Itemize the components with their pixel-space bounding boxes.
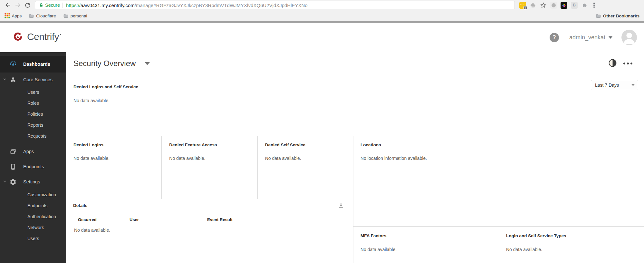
folder-icon: [29, 13, 34, 19]
empty-message: No data available.: [74, 228, 353, 233]
column-header-user: User: [130, 217, 207, 222]
sidebar-sub-label: Users: [27, 90, 39, 95]
download-icon: [337, 202, 345, 209]
pinwheel-extension-icon[interactable]: [561, 2, 567, 9]
help-button[interactable]: ?: [550, 33, 559, 42]
help-icon: ?: [553, 34, 556, 41]
extensions-row: ••• 1 B: [518, 2, 598, 9]
panel-title: Denied Logins: [73, 142, 161, 147]
panel-denied-logins: Denied Logins No data available.: [66, 136, 161, 199]
ellipsis-dot: [627, 63, 629, 65]
chevron-down-icon[interactable]: [3, 77, 7, 82]
person-icon: [621, 30, 637, 45]
column-header-event-result: Event Result: [207, 217, 233, 222]
dashboard-switcher-caret[interactable]: [145, 62, 150, 65]
more-options-button[interactable]: [623, 63, 633, 65]
yellow-extension-dots: •••: [520, 3, 524, 6]
contrast-icon: [608, 58, 618, 68]
sidebar-item-customization[interactable]: Customization: [0, 189, 66, 200]
sidebar-item-settings-users[interactable]: Users: [0, 233, 66, 244]
reload-button[interactable]: [23, 1, 32, 10]
sidebar-item-endpoints[interactable]: Endpoints: [0, 159, 66, 174]
sidebar-sub-label: Authentication: [27, 214, 56, 219]
forward-button[interactable]: [13, 1, 23, 10]
chevron-down-icon: [609, 36, 612, 39]
panel-title: Denied Logins and Self Service: [73, 84, 644, 89]
empty-message: No data available.: [169, 156, 257, 161]
app-header: Centrify ? admin_venkat: [0, 23, 644, 52]
sidebar-sub-label: Requests: [27, 133, 46, 139]
sidebar-item-policies[interactable]: Policies: [0, 109, 66, 120]
sidebar-sub-label: Users: [27, 236, 39, 241]
panel-title: Denied Self Service: [265, 142, 353, 147]
sidebar-item-users[interactable]: Users: [0, 87, 66, 98]
elephant-extension-icon[interactable]: [581, 2, 588, 9]
centrify-logo[interactable]: Centrify: [12, 31, 61, 44]
core-services-icon: [9, 76, 17, 83]
centrify-logo-icon: [12, 31, 24, 44]
left-column: Denied Logins No data available. Denied …: [66, 136, 353, 263]
other-bookmarks-button[interactable]: Other Bookmarks: [596, 13, 639, 19]
sidebar-sub-label: Roles: [27, 101, 39, 106]
sidebar-item-apps[interactable]: Apps: [0, 144, 66, 159]
panel-title: Denied Feature Access: [169, 142, 257, 147]
sidebar-item-reports[interactable]: Reports: [0, 120, 66, 131]
export-button[interactable]: [337, 202, 345, 210]
bookmark-label: Cloudflare: [36, 14, 56, 18]
sidebar-item-authentication[interactable]: Authentication: [0, 211, 66, 222]
url-path: /manage#RGFzaGJvYXJkczpBY3RpdmVTdWJMYXlv…: [135, 3, 308, 8]
white-extension-icon[interactable]: [550, 2, 557, 9]
sidebar-item-core-services[interactable]: Core Services: [0, 73, 66, 87]
sidebar-item-settings-endpoints[interactable]: Endpoints: [0, 200, 66, 211]
panel-denied-logins-self-service: Denied Logins and Self Service Last 7 Da…: [66, 75, 644, 136]
other-bookmarks-label: Other Bookmarks: [603, 14, 639, 18]
sidebar-item-roles[interactable]: Roles: [0, 98, 66, 109]
browser-menu-button[interactable]: [591, 3, 597, 8]
bookmark-folder-cloudflare[interactable]: Cloudflare: [29, 13, 56, 19]
url-host: aaw0431.my.centrify.com: [81, 3, 135, 8]
sidebar-item-network[interactable]: Network: [0, 222, 66, 233]
username: admin_venkat: [569, 34, 605, 41]
details-header: Details: [66, 202, 353, 208]
folder-icon: [596, 13, 601, 19]
smartphone-icon: [9, 163, 17, 170]
panel-title: MFA Factors: [360, 233, 499, 238]
sidebar: Dashboards Core Services Users Roles Pol…: [0, 52, 66, 263]
empty-message: No location information available.: [360, 156, 644, 161]
folder-icon: [63, 13, 69, 19]
chevron-down-icon[interactable]: [3, 179, 7, 184]
time-range-select[interactable]: Last 7 Days: [591, 80, 638, 90]
sidebar-item-label: Settings: [23, 179, 40, 184]
bookmark-folder-personal[interactable]: personal: [63, 13, 87, 19]
bookmark-star-icon[interactable]: [540, 2, 547, 9]
bookmark-apps[interactable]: Apps: [5, 13, 22, 19]
url-bar[interactable]: Secure https://aaw0431.my.centrify.com/m…: [35, 1, 515, 9]
sidebar-item-requests[interactable]: Requests: [0, 131, 66, 141]
sidebar-sub-label: Reports: [27, 122, 43, 128]
user-menu[interactable]: admin_venkat: [569, 34, 612, 41]
sidebar-item-settings[interactable]: Settings: [0, 174, 66, 189]
panel-denied-feature-access: Denied Feature Access No data available.: [161, 136, 257, 199]
cloud-icon: [530, 2, 536, 9]
sidebar-item-dashboards[interactable]: Dashboards: [0, 56, 66, 73]
apps-icon: [9, 148, 17, 155]
menu-dot: [593, 6, 595, 8]
forward-icon: [14, 2, 21, 9]
empty-message: No data available.: [73, 98, 644, 103]
column-header-occurred: Occurred: [78, 217, 130, 222]
elephant-icon: [582, 2, 588, 8]
avatar[interactable]: [621, 30, 637, 45]
registered-mark: [60, 34, 61, 35]
sidebar-sub-label: Network: [27, 225, 44, 230]
b-extension-icon[interactable]: B: [571, 2, 578, 9]
panel-locations: Locations No location information availa…: [353, 136, 644, 227]
empty-message: No data available.: [360, 247, 499, 252]
yellow-extension-icon[interactable]: ••• 1: [519, 2, 526, 9]
contrast-toggle-button[interactable]: [608, 58, 618, 69]
right-column: Locations No location information availa…: [353, 136, 644, 263]
select-caret-icon: [631, 84, 635, 86]
sidebar-sub-label: Policies: [27, 112, 43, 117]
sidebar-item-label: Endpoints: [23, 164, 44, 169]
cloud-extension-icon[interactable]: [530, 2, 536, 9]
back-button[interactable]: [3, 1, 13, 10]
